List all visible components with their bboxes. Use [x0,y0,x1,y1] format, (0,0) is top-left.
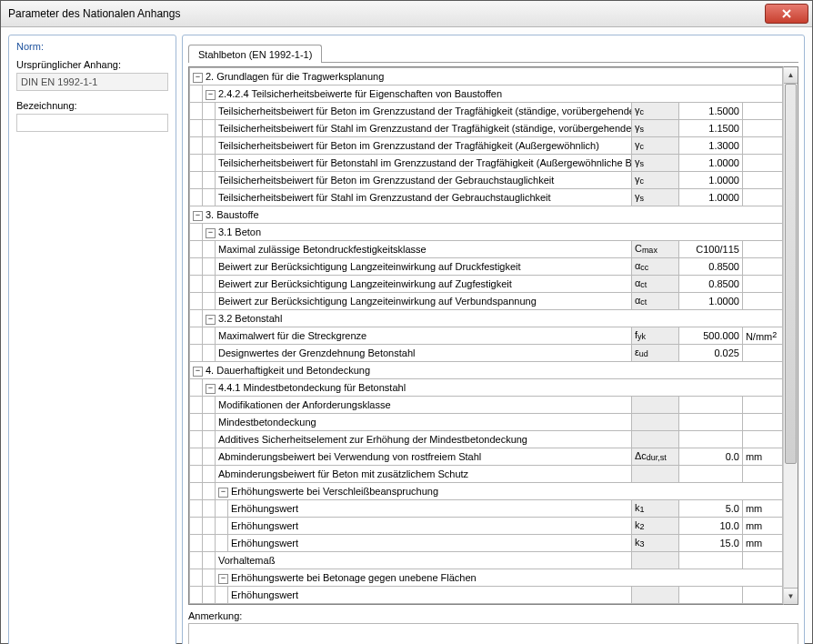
param-row[interactable]: Modifikationen der Anforderungsklasse [190,397,783,414]
dialog-window: Parameter des Nationalen Anhangs Norm: U… [0,0,813,644]
param-row[interactable]: Designwertes der Grenzdehnung Betonstahl… [190,345,783,362]
group-row[interactable]: −2. Grundlagen für die Tragwerksplanung [190,68,783,86]
param-row[interactable]: Vorhaltemaß [190,552,783,569]
norm-heading: Norm: [16,41,168,52]
remark-label: Anmerkung: [188,610,798,621]
group-row[interactable]: −Erhöhungswerte bei Verschleißbeanspruch… [190,483,783,500]
designation-field[interactable] [16,114,168,132]
collapse-icon[interactable]: − [218,488,228,498]
designation-label: Bezeichnung: [16,100,168,111]
collapse-icon[interactable]: − [206,90,216,100]
vertical-scrollbar[interactable]: ▲ ▼ [783,66,798,605]
group-row[interactable]: −3.2 Betonstahl [190,310,783,327]
collapse-icon[interactable]: − [218,574,228,584]
group-row[interactable]: −3. Baustoffe [190,206,783,224]
close-icon [782,9,791,18]
param-row[interactable]: Maximal zulässige Betondruckfestigkeitsk… [190,241,783,258]
param-row[interactable]: Teilsicherheitsbeiwert für Betonstahl im… [190,155,783,172]
collapse-icon[interactable]: − [206,384,216,394]
param-row[interactable]: Erhöhungswertk15.0mm [190,500,783,518]
collapse-icon[interactable]: − [206,228,216,238]
tab-stahlbeton[interactable]: Stahlbeton (EN 1992-1-1) [188,45,322,63]
close-button[interactable] [765,4,808,24]
param-row[interactable]: Abminderungsbeiwert bei Verwendung von r… [190,448,783,466]
param-row[interactable]: Teilsicherheitsbeiwert für Beton im Gren… [190,172,783,189]
scroll-up-icon[interactable]: ▲ [784,67,798,84]
param-row[interactable]: Abminderungsbeiwert für Beton mit zusätz… [190,466,783,483]
remark-textbox[interactable] [188,623,798,644]
left-panel: Norm: Ursprünglicher Anhang: Bezeichnung… [8,35,176,644]
param-row[interactable]: Mindestbetondeckung [190,414,783,431]
param-row[interactable]: Maximalwert für die Streckgrenzefyk500.0… [190,327,783,345]
group-row[interactable]: −Erhöhungswerte bei Betonage gegen unebe… [190,569,783,587]
param-row[interactable]: Additives Sicherheitselement zur Erhöhun… [190,431,783,448]
scroll-thumb[interactable] [785,84,797,464]
param-row[interactable]: Beiwert zur Berücksichtigung Langzeitein… [190,276,783,293]
param-row[interactable]: Erhöhungswertk210.0mm [190,518,783,535]
collapse-icon[interactable]: − [193,73,203,83]
param-row[interactable]: Teilsicherheitsbeiwert für Beton im Gren… [190,103,783,120]
collapse-icon[interactable]: − [193,211,203,221]
param-row[interactable]: Beiwert zur Berücksichtigung Langzeitein… [190,258,783,276]
param-row[interactable]: Teilsicherheitsbeiwert für Stahl im Gren… [190,189,783,206]
collapse-icon[interactable]: − [193,367,203,377]
original-annex-field [16,73,168,91]
original-annex-label: Ursprünglicher Anhang: [16,59,168,70]
group-row[interactable]: −2.4.2.4 Teilsicherheitsbeiwerte für Eig… [190,86,783,103]
param-row[interactable]: Beiwert zur Berücksichtigung Langzeitein… [190,293,783,310]
group-row[interactable]: −3.1 Beton [190,224,783,241]
parameter-tree-grid[interactable]: −2. Grundlagen für die Tragwerksplanung … [188,66,783,605]
window-title: Parameter des Nationalen Anhangs [8,7,765,20]
right-panel: Stahlbeton (EN 1992-1-1) [182,35,805,644]
scroll-down-icon[interactable]: ▼ [784,588,798,604]
param-row[interactable]: Erhöhungswertk315.0mm [190,535,783,552]
titlebar: Parameter des Nationalen Anhangs [1,1,812,27]
param-row[interactable]: Teilsicherheitsbeiwert für Stahl im Gren… [190,120,783,137]
group-row[interactable]: −4. Dauerhaftigkeit und Betondeckung [190,362,783,379]
param-row[interactable]: Erhöhungswert [190,587,783,604]
collapse-icon[interactable]: − [206,315,216,325]
group-row[interactable]: −4.4.1 Mindestbetondeckung für Betonstah… [190,379,783,397]
param-row[interactable]: Teilsicherheitsbeiwert für Beton im Gren… [190,137,783,155]
